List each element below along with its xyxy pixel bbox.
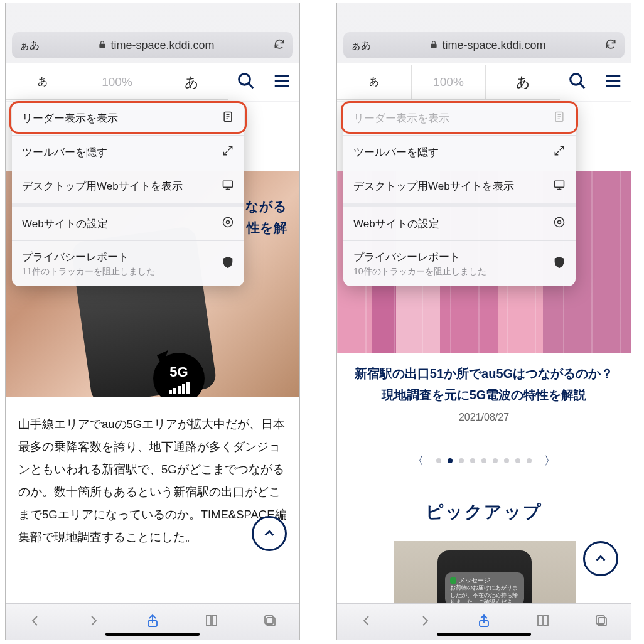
carousel-dot[interactable] [448, 458, 453, 463]
menu-site-settings[interactable]: Webサイトの設定 [12, 207, 244, 240]
svg-point-0 [239, 74, 250, 85]
expand-icon [553, 144, 566, 160]
5g-badge: 5G [153, 353, 205, 397]
article-title: 新宿駅の出口51か所でau5Gはつながるのか？現地調査を元に5G電波の特性を解説 [350, 363, 618, 405]
svg-rect-2 [223, 181, 233, 187]
url-display[interactable]: time-space.kddi.com [371, 39, 604, 52]
menu-reader-view[interactable]: リーダー表示を表示 [12, 102, 244, 135]
carousel-indicator: 〈 〉 [337, 453, 631, 468]
svg-point-12 [555, 218, 564, 227]
home-indicator [105, 633, 200, 636]
shield-icon [222, 256, 234, 272]
menu-reader-view: リーダー表示を表示 [343, 102, 576, 135]
carousel-dot[interactable] [459, 458, 464, 463]
scroll-top-button[interactable] [583, 541, 618, 576]
status-bar [337, 3, 631, 32]
carousel-dot[interactable] [436, 458, 441, 463]
carousel-dot[interactable] [493, 458, 498, 463]
svg-rect-14 [598, 618, 606, 626]
url-text: time-space.kddi.com [110, 39, 214, 52]
url-bar[interactable]: ぁあ time-space.kddi.com [12, 32, 293, 58]
menu-site-settings[interactable]: Webサイトの設定 [343, 207, 576, 240]
phone-right: ぁあ time-space.kddi.com あ 100% あ 新宿駅の出口51… [336, 3, 631, 640]
notification-mock: メッセージ お荷物のお届けにあがりましたが、不在のため持ち帰りました。ご確認くだ… [445, 572, 524, 605]
bookmarks-button[interactable] [535, 613, 550, 631]
carousel-dot[interactable] [470, 458, 475, 463]
share-button[interactable] [476, 613, 491, 631]
back-button[interactable] [28, 613, 43, 631]
search-icon[interactable] [237, 72, 255, 93]
carousel-dot[interactable] [515, 458, 520, 463]
zoom-in-button[interactable]: あ [486, 65, 560, 99]
zoom-in-button[interactable]: あ [154, 65, 228, 99]
reader-icon [553, 110, 566, 126]
expand-icon [222, 144, 234, 160]
menu-desktop-site[interactable]: デスクトップ用Webサイトを表示 [343, 169, 576, 203]
article-body: 山手線エリアでauの5Gエリアが拡大中だが、日本最多の乗降客数を誇り、地下通路が… [18, 413, 287, 549]
status-bar [6, 3, 299, 32]
tabs-button[interactable] [594, 613, 609, 631]
text-zoom-control: あ 100% あ [337, 65, 560, 100]
url-display[interactable]: time-space.kddi.com [40, 39, 273, 52]
zoom-out-button[interactable]: あ [6, 65, 80, 99]
text-size-button[interactable]: ぁあ [19, 39, 40, 52]
zoom-value: 100% [80, 65, 155, 99]
article-link[interactable]: auの5Gエリアが拡大中 [102, 417, 225, 431]
reload-icon[interactable] [604, 38, 617, 53]
url-text: time-space.kddi.com [442, 39, 545, 52]
scroll-top-button[interactable] [252, 516, 287, 551]
page-top-row: あ 100% あ [337, 63, 631, 101]
menu-privacy-report[interactable]: プライバシーレポート 10件のトラッカーを阻止しました [343, 241, 576, 286]
hamburger-icon[interactable] [272, 72, 291, 93]
search-icon[interactable] [568, 72, 587, 93]
pickup-heading: ピックアップ [337, 500, 631, 524]
zoom-out-button[interactable]: あ [337, 65, 412, 99]
menu-hide-toolbar[interactable]: ツールバーを隠す [12, 136, 244, 169]
shield-icon [553, 256, 566, 272]
svg-point-3 [227, 221, 230, 224]
svg-point-4 [223, 218, 233, 227]
desktop-icon [553, 178, 566, 194]
forward-button[interactable] [86, 613, 101, 631]
hamburger-icon[interactable] [604, 72, 623, 93]
gear-icon [222, 216, 234, 232]
forward-button[interactable] [417, 613, 432, 631]
reader-icon [222, 110, 234, 126]
aa-popup-menu: リーダー表示を表示 ツールバーを隠す デスクトップ用Webサイトを表示 Webサ… [343, 102, 576, 286]
svg-rect-10 [555, 181, 564, 187]
lock-icon [98, 39, 107, 52]
text-size-button[interactable]: ぁあ [351, 39, 371, 52]
page-top-row: あ 100% あ [6, 63, 299, 101]
home-indicator [437, 633, 531, 636]
carousel-dot[interactable] [481, 458, 486, 463]
menu-privacy-report[interactable]: プライバシーレポート 11件のトラッカーを阻止しました [12, 241, 244, 286]
bookmarks-button[interactable] [204, 613, 219, 631]
carousel-next[interactable]: 〉 [538, 453, 562, 468]
tabs-button[interactable] [262, 613, 277, 631]
privacy-subtitle: 10件のトラッカーを阻止しました [353, 266, 486, 277]
phone-left: ぁあ time-space.kddi.com あ 100% あ ながる 性を解 … [5, 3, 300, 640]
menu-desktop-site[interactable]: デスクトップ用Webサイトを表示 [12, 169, 244, 203]
privacy-subtitle: 11件のトラッカーを阻止しました [22, 266, 155, 277]
svg-rect-15 [596, 616, 604, 624]
reload-icon[interactable] [273, 38, 286, 53]
carousel-dot[interactable] [504, 458, 509, 463]
article-date: 2021/08/27 [337, 412, 631, 423]
svg-rect-7 [265, 616, 273, 624]
back-button[interactable] [359, 613, 374, 631]
svg-point-11 [558, 221, 561, 224]
desktop-icon [222, 178, 234, 194]
menu-hide-toolbar[interactable]: ツールバーを隠す [343, 136, 576, 169]
share-button[interactable] [145, 613, 160, 631]
carousel-prev[interactable]: 〈 [406, 453, 430, 468]
aa-popup-menu: リーダー表示を表示 ツールバーを隠す デスクトップ用Webサイトを表示 Webサ… [12, 102, 244, 286]
url-bar[interactable]: ぁあ time-space.kddi.com [343, 32, 625, 58]
svg-rect-6 [267, 618, 275, 626]
article-title-partial: ながる 性を解 [245, 196, 287, 238]
zoom-value: 100% [412, 65, 486, 99]
text-zoom-control: あ 100% あ [6, 65, 228, 100]
carousel-dot[interactable] [527, 458, 532, 463]
svg-point-8 [571, 74, 582, 85]
gear-icon [553, 216, 566, 232]
lock-icon [429, 39, 438, 52]
